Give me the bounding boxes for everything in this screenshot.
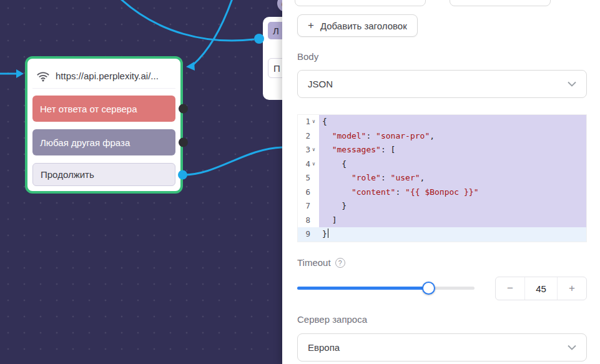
wire-top-incoming bbox=[193, 0, 232, 65]
code-editor-rows: 1∨{2 "model": "sonar-pro",3∨ "messages":… bbox=[298, 115, 586, 242]
node-option-label: Продолжить bbox=[41, 169, 94, 180]
wire-continue-out bbox=[184, 147, 282, 175]
line-number: 5 bbox=[298, 171, 319, 185]
http-node-header[interactable]: https://api.perplexity.ai/... bbox=[32, 64, 175, 89]
wire-top-to-node bbox=[120, 0, 254, 41]
connector-port-dark[interactable] bbox=[179, 104, 188, 114]
timeout-label-row: Timeout ? bbox=[297, 257, 345, 268]
increment-button[interactable]: + bbox=[557, 277, 586, 300]
code-line[interactable]: 3∨ "messages": [ bbox=[298, 143, 586, 157]
add-header-label: Добавить заголовок bbox=[320, 21, 407, 31]
http-node-url: https://api.perplexity.ai/... bbox=[56, 71, 159, 81]
body-type-value: JSON bbox=[308, 79, 333, 89]
line-number: 8 bbox=[298, 214, 319, 228]
line-number: 9 bbox=[298, 227, 319, 242]
timeout-label: Timeout bbox=[297, 257, 331, 268]
request-server-select[interactable]: Европа bbox=[297, 333, 587, 362]
node-option-any-other-phrase[interactable]: Любая другая фраза bbox=[32, 129, 175, 155]
header-value-input[interactable] bbox=[450, 0, 551, 6]
node-option-label: Нет ответа от сервера bbox=[40, 104, 137, 114]
connector-port-connected[interactable] bbox=[178, 170, 187, 179]
line-number: 2 bbox=[298, 129, 319, 144]
partial-node-row-label: П bbox=[273, 63, 280, 74]
line-number: 7 bbox=[298, 199, 319, 214]
text-cursor bbox=[328, 229, 329, 238]
json-body-editor[interactable]: 1∨{2 "model": "sonar-pro",3∨ "messages":… bbox=[297, 114, 587, 242]
code-line[interactable]: 4∨ { bbox=[298, 157, 586, 172]
partial-node-header[interactable]: Л bbox=[268, 22, 282, 39]
partial-node-card[interactable]: Л П bbox=[263, 17, 282, 100]
line-number: 6 bbox=[298, 185, 319, 200]
code-line[interactable]: 5 "role": "user", bbox=[298, 171, 586, 185]
decrement-button[interactable]: − bbox=[496, 277, 525, 300]
partial-node-header-label: Л bbox=[273, 26, 279, 36]
chevron-down-icon bbox=[568, 81, 576, 87]
flow-canvas[interactable]: Л П @ https://api.perplexity.ai/ bbox=[0, 0, 282, 364]
server-label: Сервер запроса bbox=[297, 314, 367, 325]
connector-port-dark[interactable] bbox=[179, 138, 188, 147]
header-name-input[interactable] bbox=[295, 0, 426, 6]
wire-arrowhead bbox=[16, 69, 24, 78]
timeout-slider[interactable] bbox=[297, 282, 475, 295]
plus-icon: + bbox=[308, 19, 314, 32]
code-line[interactable]: 8 ] bbox=[298, 214, 586, 228]
body-type-select[interactable]: JSON bbox=[297, 70, 587, 98]
add-header-button[interactable]: + Добавить заголовок bbox=[297, 14, 418, 37]
timeout-slider-fill bbox=[297, 287, 428, 290]
line-number: 1∨ bbox=[298, 115, 319, 129]
timeout-value[interactable]: 45 bbox=[525, 277, 557, 300]
request-server-value: Европа bbox=[308, 342, 340, 353]
at-sign-icon: @ bbox=[277, 0, 282, 12]
code-line[interactable]: 1∨{ bbox=[298, 115, 586, 129]
partial-node-row[interactable]: П bbox=[268, 58, 282, 78]
http-request-node[interactable]: https://api.perplexity.ai/... Нет ответа… bbox=[25, 56, 183, 194]
chevron-down-icon bbox=[568, 345, 576, 350]
node-option-continue[interactable]: Продолжить bbox=[32, 163, 175, 186]
code-line[interactable]: 7 } bbox=[298, 199, 586, 214]
line-number: 3∨ bbox=[298, 143, 319, 157]
fold-chevron-icon[interactable]: ∨ bbox=[310, 157, 317, 172]
node-option-no-server-answer[interactable]: Нет ответа от сервера bbox=[32, 96, 175, 122]
wifi-icon bbox=[36, 70, 50, 82]
timeout-stepper: − 45 + bbox=[495, 277, 587, 300]
request-settings-panel: + Добавить заголовок Body JSON 1∨{2 "mod… bbox=[282, 0, 600, 364]
fold-chevron-icon[interactable]: ∨ bbox=[310, 115, 317, 129]
flow-editor-screen: Л П @ https://api.perplexity.ai/ bbox=[0, 0, 600, 364]
code-line[interactable]: 2 "model": "sonar-pro", bbox=[298, 129, 586, 144]
wire-arrowhead bbox=[186, 62, 195, 71]
line-number: 4∨ bbox=[298, 157, 319, 172]
code-line[interactable]: 9} bbox=[298, 227, 586, 242]
help-icon[interactable]: ? bbox=[335, 258, 345, 268]
body-label: Body bbox=[297, 51, 318, 62]
fold-chevron-icon[interactable]: ∨ bbox=[310, 143, 317, 157]
code-line[interactable]: 6 "content": "{{ $Вопрос }}" bbox=[298, 185, 586, 200]
timeout-slider-thumb[interactable] bbox=[422, 282, 435, 295]
node-option-label: Любая другая фраза bbox=[40, 137, 130, 148]
